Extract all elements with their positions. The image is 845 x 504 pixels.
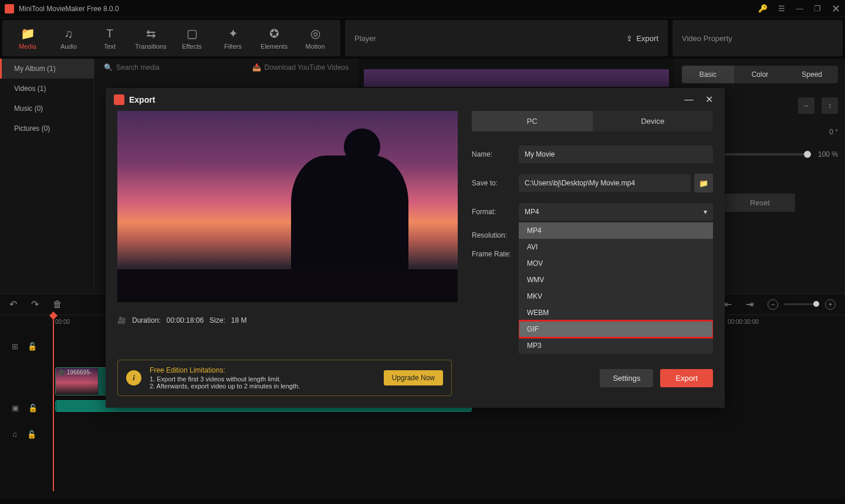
app-title: MiniTool MovieMaker Free 8.0.0 — [19, 5, 758, 13]
close-button[interactable]: ✕ — [832, 2, 840, 15]
elements-icon: ✪ — [269, 26, 279, 40]
player-header: Player ⇪ Export — [345, 20, 668, 56]
lock-track-icon[interactable]: 🔓 — [28, 342, 37, 351]
tab-text[interactable]: TText — [89, 22, 130, 54]
flip-v-icon[interactable]: ↕ — [822, 97, 838, 114]
media-icon: 📁 — [21, 26, 35, 40]
folder-icon: 📁 — [699, 179, 708, 188]
scale-value: 100 % — [818, 150, 838, 158]
export-confirm-button[interactable]: Export — [660, 369, 713, 387]
player-label: Player — [354, 34, 376, 43]
property-label: Video Property — [682, 34, 732, 43]
format-option-webm[interactable]: WEBM — [519, 305, 713, 321]
export-label: Export — [636, 34, 658, 43]
clip-label: 🎥 1966695- — [58, 369, 92, 376]
limitations-title: Free Edition Limitations: — [150, 366, 300, 374]
browse-folder-button[interactable]: 📁 — [694, 174, 713, 192]
app-icon — [5, 4, 14, 13]
format-select[interactable]: MP4 ▾ — [519, 203, 713, 221]
video-track-icon[interactable]: ▣ — [12, 404, 19, 412]
framerate-label: Frame Rate: — [472, 250, 519, 258]
zoom-slider[interactable] — [784, 303, 819, 305]
text-icon: T — [106, 27, 113, 40]
dest-tab-pc[interactable]: PC — [472, 111, 593, 131]
zoom-in-button[interactable]: + — [825, 299, 836, 310]
tab-audio[interactable]: ♫Audio — [48, 22, 89, 54]
settings-button[interactable]: Settings — [600, 369, 653, 387]
zoom-out-button[interactable]: − — [768, 299, 778, 310]
prop-tab-basic[interactable]: Basic — [682, 66, 734, 83]
download-label: Download YouTube Videos — [265, 63, 349, 72]
format-option-mp4[interactable]: MP4 — [519, 222, 713, 239]
export-preview — [117, 111, 458, 302]
tab-elements[interactable]: ✪Elements — [254, 22, 295, 54]
cut-start-icon[interactable]: ⇤ — [724, 299, 732, 310]
save-label: Save to: — [472, 179, 519, 187]
delete-icon[interactable]: 🗑 — [53, 299, 62, 310]
search-media[interactable]: 🔍 Search media — [104, 63, 160, 72]
media-sidebar: My Album (1) Videos (1) Music (0) Pictur… — [0, 59, 94, 293]
format-label: Format: — [472, 208, 519, 216]
name-input[interactable]: My Movie — [519, 146, 713, 163]
tab-effects[interactable]: ▢Effects — [171, 22, 212, 54]
rotate-value: 0 ° — [829, 128, 838, 136]
sidebar-item-music[interactable]: Music (0) — [0, 99, 94, 119]
redo-icon[interactable]: ↷ — [31, 299, 39, 310]
transitions-icon: ⇆ — [146, 26, 156, 40]
dialog-close-button[interactable]: ✕ — [702, 94, 716, 105]
film-icon: 🎥 — [117, 316, 126, 324]
format-option-wmv[interactable]: WMV — [519, 272, 713, 288]
prop-tab-speed[interactable]: Speed — [786, 66, 838, 83]
motion-icon: ◎ — [310, 26, 320, 40]
export-dialog-title: Export — [129, 95, 676, 104]
download-youtube[interactable]: 📥 Download YouTube Videos — [252, 63, 349, 72]
resolution-label: Resolution: — [472, 231, 519, 239]
search-icon: 🔍 — [104, 63, 113, 72]
tick-30: 00:00:30:00 — [728, 319, 759, 325]
export-button[interactable]: ⇪ Export — [626, 34, 658, 43]
duration-label: Duration: — [132, 316, 161, 324]
reset-button[interactable]: Reset — [725, 194, 795, 212]
menu-icon[interactable]: ☰ — [778, 4, 785, 13]
sidebar-item-videos[interactable]: Videos (1) — [0, 79, 94, 99]
effects-icon: ▢ — [187, 26, 198, 40]
prop-tab-color[interactable]: Color — [734, 66, 786, 83]
save-input[interactable]: C:\Users\bj\Desktop\My Movie.mp4 — [519, 174, 691, 192]
dest-tab-device[interactable]: Device — [593, 111, 714, 131]
property-header: Video Property — [672, 20, 843, 56]
export-dialog-icon — [114, 94, 124, 105]
clip-thumbnail: 🎥 1966695- — [56, 368, 98, 395]
tab-motion[interactable]: ◎Motion — [295, 22, 336, 54]
format-option-mp3[interactable]: MP3 — [519, 337, 713, 354]
lock-audio-icon[interactable]: 🔓 — [27, 430, 36, 439]
add-track-icon[interactable]: ⊞ — [12, 342, 18, 351]
tab-media[interactable]: 📁Media — [7, 22, 48, 54]
sidebar-item-myalbum[interactable]: My Album (1) — [0, 59, 94, 79]
undo-icon[interactable]: ↶ — [9, 299, 17, 310]
format-option-avi[interactable]: AVI — [519, 239, 713, 255]
key-icon[interactable]: 🔑 — [758, 4, 768, 13]
audio-track-icon[interactable]: ♫ — [12, 430, 18, 439]
duration-value: 00:00:18:06 — [167, 316, 204, 324]
format-option-gif[interactable]: GIF — [519, 321, 713, 337]
name-label: Name: — [472, 150, 519, 158]
tab-transitions[interactable]: ⇆Transitions — [130, 22, 171, 54]
lock-video-icon[interactable]: 🔓 — [28, 404, 38, 412]
format-dropdown: MP4 AVI MOV WMV MKV WEBM GIF MP3 — [519, 222, 713, 354]
filters-icon: ✦ — [228, 26, 238, 40]
upgrade-button[interactable]: Upgrade Now — [384, 370, 443, 385]
chevron-down-icon: ▾ — [704, 208, 707, 216]
cut-end-icon[interactable]: ⇥ — [746, 299, 753, 310]
minimize-button[interactable]: — — [796, 4, 803, 13]
maximize-button[interactable]: ❐ — [814, 4, 821, 13]
player-preview — [364, 69, 669, 87]
dialog-minimize-button[interactable]: — — [681, 94, 697, 105]
flip-h-icon[interactable]: ↔ — [798, 97, 814, 114]
format-option-mkv[interactable]: MKV — [519, 288, 713, 305]
export-dialog: Export — ✕ 🎥 Duration: 00:00:18:06 Size:… — [106, 88, 725, 408]
tab-filters[interactable]: ✦Filters — [212, 22, 254, 54]
search-placeholder: Search media — [116, 63, 160, 72]
format-option-mov[interactable]: MOV — [519, 255, 713, 272]
sidebar-item-pictures[interactable]: Pictures (0) — [0, 119, 94, 138]
size-value: 18 M — [231, 316, 247, 324]
